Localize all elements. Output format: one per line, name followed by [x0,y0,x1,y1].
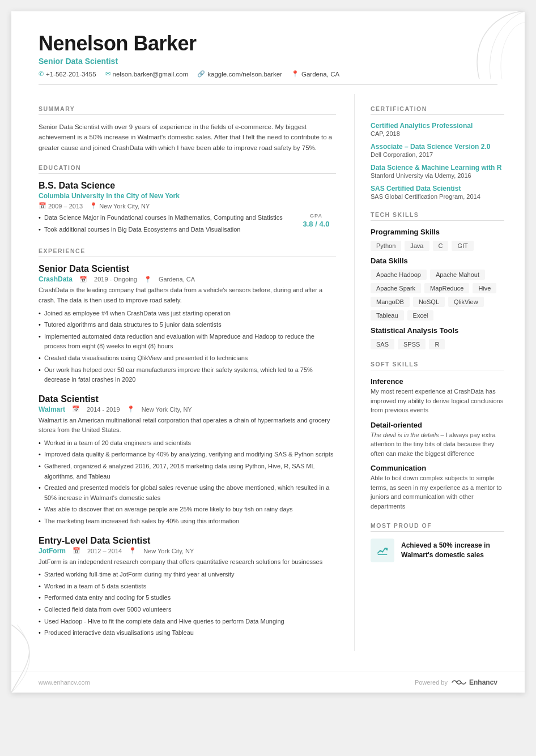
soft-skill-detail-desc: The devil is in the details – I always p… [371,430,504,459]
job-2: Data Scientist Walmart 📅 2014 - 2019 📍 N… [39,394,336,527]
cert-2-name: Associate – Data Science Version 2.0 [371,143,504,151]
job-3-period: 2012 – 2014 [87,548,122,554]
summary-text: Senior Data Scientist with over 9 years … [39,122,336,153]
job-3-desc: JotForm is an independent research compa… [39,557,336,567]
job-3-location-icon: 📍 [129,547,137,554]
header: Nenelson Barker Senior Data Scientist ✆ … [11,11,525,94]
enhancv-logo: Enhancv [451,678,497,687]
job-3-bullet-1: Started working full-time at JotForm dur… [39,570,336,580]
soft-skill-detail-oriented: Detail-oriented The devil is in the deta… [371,421,504,459]
email-icon: ✉ [105,70,110,78]
job-2-calendar-icon: 📅 [72,405,80,413]
calendar-icon: 📅 [39,202,46,210]
job-1-period: 2019 - Ongoing [94,276,137,283]
job-1-meta: CrashData 📅 2019 - Ongoing 📍 Gardena, CA [39,275,336,283]
experience-section-header: EXPERIENCE [39,247,336,257]
job-2-bullet-5: Was able to discover that on average peo… [39,505,336,515]
job-2-location-icon: 📍 [127,405,135,413]
programming-skills-tags: Python Java C GIT [371,241,504,251]
skill-nosql: NoSQL [413,297,445,307]
job-3: Entry-Level Data Scientist JotForm 📅 201… [39,536,336,638]
soft-skills-section-header: SOFT SKILLS [371,361,504,370]
data-skills-label: Data Skills [371,257,504,265]
job-3-company: JotForm [39,547,66,555]
skill-git: GIT [452,241,473,251]
gpa-box: GPA 3.8 / 4.0 [296,213,336,236]
enhancv-brand-name: Enhancv [469,678,497,686]
job-2-bullet-3: Gathered, organized & analyzed 2016, 201… [39,462,336,481]
skill-python: Python [371,241,401,251]
soft-skill-inference-desc: My most recent experience at CrashData h… [371,387,504,415]
summary-section-header: SUMMARY [39,105,336,115]
soft-skill-detail-italic: The devil is in the details [371,432,439,438]
job-3-bullet-4: Collected field data from over 5000 volu… [39,605,336,615]
job-1-company: CrashData [39,275,73,283]
cert-3-detail: Stanford University via Udemy, 2016 [371,172,504,179]
powered-by-text: Powered by [415,679,448,686]
job-1-bullet-2: Tutored algorithms and data structures t… [39,320,336,330]
soft-skill-detail-name: Detail-oriented [371,421,504,429]
skill-tableau: Tableau [371,310,404,321]
cert-1-detail: CAP, 2018 [371,130,504,137]
contact-info: ✆ +1-562-201-3455 ✉ nelson.barker@gmail.… [39,70,497,78]
job-3-title: Entry-Level Data Scientist [39,536,336,546]
job-2-period: 2014 - 2019 [87,406,120,413]
job-1: Senior Data Scientist CrashData 📅 2019 -… [39,264,336,385]
education-body: Data Science Major in Foundational cours… [39,213,336,236]
job-2-bullet-1: Worked in a team of 20 data engineers an… [39,438,336,449]
programming-skills-label: Programming Skills [371,228,504,236]
phone-icon: ✆ [39,70,44,78]
job-2-meta: Walmart 📅 2014 - 2019 📍 New York City, N… [39,405,336,413]
education-section-header: EDUCATION [39,164,336,174]
contact-location: 📍 Gardena, CA [291,70,339,78]
edu-bullet-2: Took additional courses in Big Data Ecos… [39,225,287,235]
skill-mangodb: MangoDB [371,297,410,307]
cert-4-detail: SAS Global Certification Program, 2014 [371,193,504,200]
job-3-bullet-2: Worked in a team of 5 data scientists [39,582,336,592]
cert-3-name: Data Science & Machine Learning with R [371,164,504,172]
chart-icon [376,544,389,557]
contact-kaggle: 🔗 kaggle.com/nelson.barker [197,70,282,78]
job-1-title: Senior Data Scientist [39,264,336,274]
job-2-desc: Walmart is an American multinational ret… [39,416,336,435]
skill-hadoop: Apache Hadoop [371,270,427,280]
education-bullets: Data Science Major in Foundational cours… [39,213,287,236]
location-text: Gardena, CA [301,71,339,78]
job-1-bullet-5: Our work has helped over 50 car manufact… [39,365,336,385]
edu-location: 📍 New York City, NY [90,202,150,210]
job-1-location: Gardena, CA [159,276,195,283]
job-1-location-icon: 📍 [144,276,152,283]
enhancv-logo-icon [451,678,467,687]
job-1-bullets: Joined as employee #4 when CrashData was… [39,309,336,385]
candidate-name: Nenelson Barker [39,32,497,55]
proud-item: Achieved a 50% increase in Walmart's dom… [371,539,504,562]
job-3-calendar-icon: 📅 [73,547,80,554]
proud-section-header: MOST PROUD OF [371,522,504,532]
edu-years: 📅 2009 – 2013 [39,202,83,210]
phone-number: +1-562-201-3455 [46,71,96,78]
link-icon: 🔗 [197,70,205,78]
job-2-bullets: Worked in a team of 20 data engineers an… [39,438,336,527]
job-3-bullet-6: Produced interactive data visualisations… [39,628,336,638]
gpa-value: 3.8 / 4.0 [296,220,336,228]
degree-title: B.S. Data Science [39,181,336,191]
skill-hive: Hive [473,283,496,293]
soft-skill-inference: Inference My most recent experience at C… [371,377,504,415]
skill-mahout: Apache Mahout [430,270,485,280]
job-2-bullet-2: Improved data quality & performance by 4… [39,450,336,460]
school-name: Columbia University in the City of New Y… [39,192,336,200]
cert-1-name: Certified Analytics Professional [371,122,504,130]
stat-skills-label: Statistical Analysis Tools [371,326,504,335]
kaggle-link: kaggle.com/nelson.barker [207,71,282,78]
proud-icon-box [371,539,394,562]
footer: www.enhancv.com Powered by Enhancv [11,672,525,693]
job-1-bullet-4: Created data visualisations using QlikVi… [39,353,336,364]
edu-bullet-1: Data Science Major in Foundational cours… [39,213,287,223]
job-2-bullet-4: Created and presented models for global … [39,483,336,503]
gpa-label: GPA [296,213,336,219]
cert-4-name: SAS Certified Data Scientist [371,185,504,193]
location-icon: 📍 [291,70,299,78]
main-content: SUMMARY Senior Data Scientist with over … [11,94,525,672]
edu-location-icon: 📍 [90,202,97,210]
skill-spark: Apache Spark [371,283,421,293]
